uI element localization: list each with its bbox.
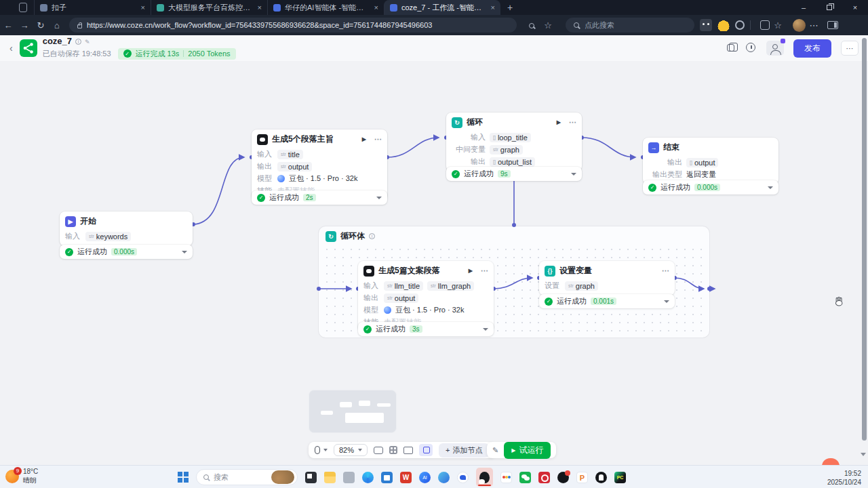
deepseek-icon[interactable] [457,472,469,483]
node-more-icon[interactable]: ⋯ [481,266,488,275]
forward-icon[interactable]: → [16,20,33,30]
sidebar-toggle-icon[interactable] [827,21,838,29]
status-set-variable[interactable]: ✓ 运行成功 0.001s [539,294,675,308]
node-run-icon[interactable]: ▶ [469,268,473,274]
run-complete-badge[interactable]: ✓ 运行完成 13s 2050 Tokens [118,48,236,60]
status-start[interactable]: ✓ 运行成功 0.000s [60,245,193,259]
publish-button[interactable]: 发布 [793,39,831,58]
url-bar[interactable]: https://www.coze.cn/work_flow?workflow_i… [69,18,517,33]
select-tool-icon[interactable] [419,444,433,456]
device-app-icon[interactable] [343,472,355,483]
bookmark-star-icon[interactable]: ☆ [540,20,556,30]
variable-pill[interactable]: strkeywords [85,232,131,241]
microsoft-store-icon[interactable] [381,472,393,483]
quark-ai-icon[interactable]: AI [419,472,431,483]
browser-search-box[interactable]: 点此搜索 [566,18,694,33]
tab-close-icon[interactable]: × [491,3,495,12]
variable-pill[interactable]: []output [686,158,718,167]
variable-pill[interactable]: stroutput [277,162,312,171]
tab-close-icon[interactable]: × [258,3,262,12]
frame-icon[interactable] [403,447,413,454]
pycharm-icon[interactable]: PC [614,472,626,483]
status-llm1[interactable]: ✓ 运行成功 2s [252,190,387,205]
status-llm2[interactable]: ✓ 运行成功 3s [358,322,494,336]
status-loop[interactable]: ✓ 运行成功 9s [446,167,582,181]
tab-search-icon[interactable] [19,3,27,12]
node-end[interactable]: → 结束 输出 []output 输出类型 返回变量 [643,138,778,184]
file-explorer-icon[interactable] [324,472,336,483]
variable-pill[interactable]: []output_list [490,157,535,167]
tab-close-icon[interactable]: × [141,3,145,12]
tab-bailian-console[interactable]: 大模型服务平台百炼控制台 × [151,0,267,15]
tab-agent[interactable]: 华仔的AI智能体 -智能体 - 扣子 × [267,0,384,15]
node-start[interactable]: ▶ 开始 输入 strkeywords [60,211,193,246]
red-o-app-icon[interactable] [538,472,550,483]
node-run-icon[interactable]: ▶ [362,136,366,142]
variable-pill[interactable]: []loop_title [490,133,531,142]
edge-browser-icon[interactable] [362,472,374,483]
variable-pill[interactable]: strgraph [490,145,523,155]
add-node-button[interactable]: +添加节点 [439,443,489,458]
node-loop[interactable]: ↻ 循环 ▶ ⋯ 输入 []loop_title 中间变量 strgraph 输… [446,113,582,171]
node-more-icon[interactable]: ⋯ [569,118,576,127]
home-icon[interactable]: ⌂ [49,20,65,30]
restore-button[interactable] [816,3,842,12]
edit-icon[interactable]: ✎ [85,39,90,45]
chevron-down-icon[interactable] [483,328,488,331]
tab-coze-home[interactable]: 扣子 × [34,0,151,15]
header-more-button[interactable]: ⋯ [841,41,859,56]
black-circle-app-icon[interactable] [595,472,607,483]
extensions-icon[interactable] [760,20,770,30]
auto-layout-icon[interactable] [389,446,397,454]
extension-gear-icon[interactable] [735,20,745,30]
status-end[interactable]: ✓ 运行成功 0.000s [643,180,778,195]
weather-widget[interactable]: 9 18°C晴朗 [5,468,38,485]
chevron-down-icon[interactable] [571,173,576,176]
browser-more-icon[interactable]: ⋯ [806,20,822,30]
panels-icon[interactable] [726,43,736,54]
browser-avatar[interactable] [793,19,806,32]
extension-panda-icon[interactable] [700,19,712,31]
node-more-icon[interactable]: ⋯ [374,135,382,144]
extension-paw-icon[interactable] [717,19,730,31]
interaction-mode-button[interactable] [315,446,328,454]
comment-icon[interactable] [374,447,383,454]
chevron-down-icon[interactable] [768,186,773,189]
collapse-back-icon[interactable]: ‹ [9,43,13,54]
collections-star-icon[interactable]: ☆ [770,20,786,30]
minimap[interactable] [309,390,397,433]
zoom-page-icon[interactable] [524,20,540,30]
variable-pill[interactable]: strgraph [565,281,598,291]
circles-app-icon[interactable] [500,472,512,483]
taskbar-search-box[interactable]: 搜索 [196,469,298,485]
back-icon[interactable]: ← [0,20,16,30]
node-set-variable[interactable]: {} 设置变量 ⋯ 设置 strgraph [539,261,675,296]
zoom-dropdown[interactable]: 82% [334,444,368,456]
info-icon[interactable]: i [75,39,81,45]
node-more-icon[interactable]: ⋯ [662,266,669,275]
qq-active-app[interactable] [476,468,493,487]
wps-icon[interactable]: W [400,472,412,483]
chevron-down-icon[interactable] [664,300,669,303]
start-button-icon[interactable] [178,472,189,483]
info-icon[interactable]: i [369,233,375,239]
scroll-down-arrow-icon[interactable] [861,453,866,456]
history-clock-icon[interactable] [746,43,757,54]
node-run-icon[interactable]: ▶ [557,119,561,125]
new-tab-button[interactable]: + [507,2,513,13]
site-info-lock-icon[interactable] [77,24,82,28]
recorder-app-icon[interactable] [557,472,569,483]
taskbar-clock[interactable]: 19:52 2025/10/24 [827,469,861,487]
minimize-button[interactable]: – [791,3,816,12]
close-button[interactable]: × [842,3,868,12]
variable-pill[interactable]: stroutput [384,293,418,303]
collaboration-button[interactable] [766,41,784,56]
chevron-down-icon[interactable] [182,251,187,253]
test-run-button[interactable]: ▶试运行 [504,442,551,459]
tab-close-icon[interactable]: × [374,3,378,12]
variable-pill[interactable]: strllm_graph [427,281,474,291]
tab-workflow-active[interactable]: coze_7 - 工作流 -智能体平台 × [384,0,500,15]
variable-pill[interactable]: strllm_title [384,281,423,291]
vertical-scrollbar[interactable] [862,38,867,441]
optimize-wand-icon[interactable]: ✎ [492,446,498,455]
